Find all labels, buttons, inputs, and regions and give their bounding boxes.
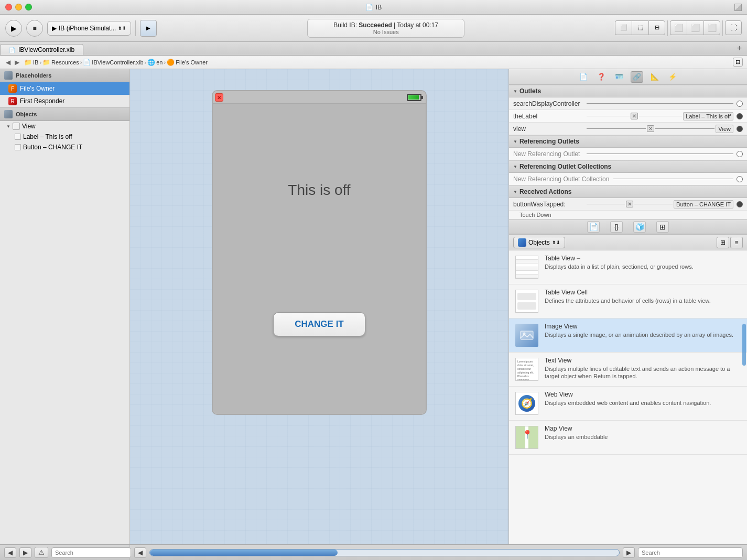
lang-icon: 🌐 <box>147 59 155 66</box>
nav-forward-button[interactable]: ▶ <box>19 547 31 558</box>
phone-content: This is off CHANGE IT <box>213 104 426 414</box>
lib-item-title: Image View <box>545 323 742 330</box>
lib-item-desc: Displays an embeddable <box>545 433 742 441</box>
library-selector[interactable]: Objects ⬆⬇ <box>513 237 565 248</box>
zoom-in-button[interactable]: ▶ <box>623 547 635 558</box>
ref-collection-circle[interactable] <box>737 176 743 182</box>
outlet-row-search: searchDisplayController <box>509 97 747 110</box>
size-inspector-button[interactable]: 📐 <box>648 71 661 83</box>
issues-button[interactable]: ⚠ <box>35 547 48 558</box>
run-destination-button[interactable]: ▶ <box>140 20 157 37</box>
close-button[interactable] <box>5 4 12 10</box>
sidebar-item-first-responder[interactable]: R First Responder <box>0 95 129 107</box>
sidebar-item-files-owner[interactable]: F File's Owner <box>0 82 129 95</box>
maximize-button[interactable] <box>25 4 32 10</box>
library-search-input[interactable] <box>638 547 743 558</box>
textview-icon: Lorem ipsum dolor sit amet, consectetur … <box>514 357 539 382</box>
add-tab-button[interactable]: + <box>737 43 742 53</box>
zoom-out-button[interactable]: ◀ <box>134 547 146 558</box>
grid-view-button[interactable]: ⊞ <box>717 237 729 248</box>
search-input[interactable] <box>51 547 131 558</box>
assistant-editor-button[interactable]: ⬚ <box>632 20 648 35</box>
tree-item-view[interactable]: ▼ View <box>0 121 129 131</box>
breadcrumb-collapse-button[interactable]: ⊟ <box>733 58 743 67</box>
referencing-outlet-collections-header: ▼ Referencing Outlet Collections <box>509 160 747 173</box>
library-panel: Objects ⬆⬇ ⊞ ≡ <box>509 234 747 544</box>
first-responder-icon: R <box>8 97 17 105</box>
breadcrumb-ib[interactable]: IB <box>33 59 38 65</box>
view-icon <box>13 123 20 130</box>
version-editor-button[interactable]: ⊟ <box>648 20 665 35</box>
file-inspector-button[interactable]: 📄 <box>577 71 590 83</box>
list-item[interactable]: 📍 Map View Displays an embeddable <box>509 421 747 455</box>
debug-toggle-button[interactable]: ⬜ <box>687 20 703 35</box>
minimize-button[interactable] <box>15 4 22 10</box>
list-item[interactable]: Table View – Displays data in a list of … <box>509 250 747 284</box>
utilities-toggle-button[interactable]: ⬜ <box>703 20 720 35</box>
breadcrumb-resources[interactable]: Resources <box>51 59 79 65</box>
play-button[interactable]: ▶ <box>5 20 22 37</box>
breadcrumb-forward-button[interactable]: ▶ <box>13 59 21 66</box>
breadcrumb-xib[interactable]: IBViewController.xib <box>92 59 143 65</box>
folder-icon: 📁 <box>24 59 32 66</box>
outlet-circle-search[interactable] <box>737 101 743 107</box>
library-section-toolbar: 📄 {} 🧊 ⊞ <box>509 219 747 234</box>
list-item[interactable]: Lorem ipsum dolor sit amet, consectetur … <box>509 353 747 387</box>
connections-inspector-button[interactable]: ⚡ <box>666 71 679 83</box>
outlet-circle-view[interactable] <box>737 126 743 132</box>
placeholders-header: Placeholders <box>0 69 129 82</box>
phone-button[interactable]: CHANGE IT <box>273 312 365 336</box>
webview-icon: 🧭 <box>514 391 539 416</box>
lib-item-desc: Defines the attributes and behavior of c… <box>545 297 742 304</box>
action-connector: ✕ Button – CHANGE IT <box>587 200 733 208</box>
inspector-toolbar: 📄 ❓ 🪪 🔗 📐 ⚡ <box>509 69 747 85</box>
phone-close-button[interactable]: ✕ <box>215 93 223 102</box>
tab-ibviewcontroller[interactable]: 📄 IBViewController.xib <box>0 44 83 55</box>
window-controls[interactable] <box>5 4 32 10</box>
attributes-inspector-button[interactable]: 🔗 <box>631 71 643 83</box>
tree-item-label[interactable]: Label – This is off <box>0 131 129 142</box>
breadcrumb-en[interactable]: en <box>156 59 163 65</box>
list-item[interactable]: Image View Displays a single image, or a… <box>509 319 747 353</box>
bottom-bar: ◀ ▶ ⚠ ◀ ▶ <box>0 544 747 560</box>
referencing-outlets-header: ▼ Referencing Outlets <box>509 135 747 148</box>
media-library-button[interactable]: ⊞ <box>656 221 669 233</box>
list-item[interactable]: Table View Cell Defines the attributes a… <box>509 284 747 319</box>
breadcrumb-owner[interactable]: File's Owner <box>176 59 208 65</box>
tree-item-button[interactable]: Button – CHANGE IT <box>0 142 129 152</box>
outlet-row-label: theLabel ✕ Label – This is off <box>509 110 747 123</box>
lib-item-title: Web View <box>545 391 742 398</box>
library-selector-arrow: ⬆⬇ <box>552 240 560 245</box>
objects-header: Objects <box>0 107 129 121</box>
scheme-selector[interactable]: ▶ IB (iPhone Simulat... ⬆⬇ <box>47 21 131 36</box>
phone-frame[interactable]: ✕ This is off CHANGE IT <box>212 90 427 415</box>
folder2-icon: 📁 <box>42 59 50 66</box>
scrollbar-indicator[interactable] <box>742 324 746 366</box>
resize-control[interactable] <box>734 4 742 11</box>
list-item[interactable]: 🧭 Web View Displays embedded web content… <box>509 387 747 421</box>
fullscreen-button[interactable]: ⛶ <box>725 20 742 35</box>
received-actions-header: ▼ Received Actions <box>509 185 747 198</box>
standard-editor-button[interactable]: ⬜ <box>615 20 632 35</box>
ref-outlet-circle[interactable] <box>737 151 743 157</box>
action-circle[interactable] <box>737 201 743 207</box>
conn-line <box>587 103 733 104</box>
toolbar-divider-2 <box>667 20 668 36</box>
object-library-button[interactable]: 🧊 <box>633 221 646 233</box>
phone-label: This is off <box>288 182 350 199</box>
code-snippet-button[interactable]: {} <box>610 221 623 233</box>
lib-item-title: Table View – <box>545 255 742 262</box>
stop-button[interactable]: ■ <box>26 20 43 37</box>
tree-expand-icon: ▼ <box>6 124 10 129</box>
library-list[interactable]: Table View – Displays data in a list of … <box>509 250 747 544</box>
file-template-button[interactable]: 📄 <box>587 221 600 233</box>
quick-help-button[interactable]: ❓ <box>595 71 608 83</box>
list-view-button[interactable]: ≡ <box>730 237 743 248</box>
identity-inspector-button[interactable]: 🪪 <box>613 71 625 83</box>
button-icon <box>15 144 21 150</box>
lib-item-desc: Displays a single image, or an animation… <box>545 331 742 338</box>
navigator-toggle-button[interactable]: ⬜ <box>670 20 687 35</box>
breadcrumb-back-button[interactable]: ◀ <box>4 59 12 66</box>
nav-back-button[interactable]: ◀ <box>4 547 16 558</box>
outlet-circle-label[interactable] <box>737 113 743 119</box>
